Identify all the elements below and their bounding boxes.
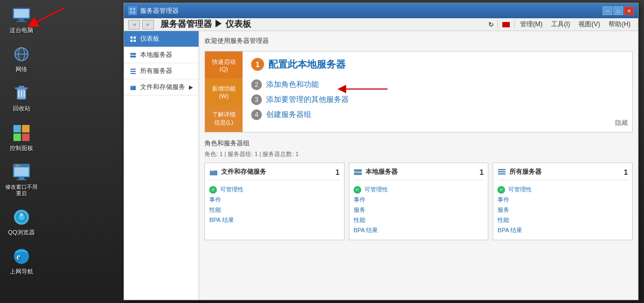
file-manageability[interactable]: 可管理性 [209,184,340,195]
ie-label: 上网导航 [10,268,33,275]
desktop-icon-qq-browser[interactable]: QQ浏览器 [5,208,38,236]
qq-browser-icon [12,208,31,227]
all-servers-card-icon [497,168,506,176]
sidebar-item-dashboard[interactable]: 仪表板 [124,31,199,47]
file-performance[interactable]: 性能 [209,205,340,215]
svg-rect-40 [130,40,133,42]
svg-rect-38 [130,36,133,39]
local-performance-label: 性能 [354,216,365,224]
all-performance-label: 性能 [497,216,509,224]
svg-rect-45 [130,71,136,72]
qs-section-quick-start[interactable]: 快速启动(Q) [205,51,243,78]
svg-rect-39 [134,36,136,39]
svg-rect-9 [14,48,29,59]
file-performance-label: 性能 [209,206,221,214]
refresh-button[interactable]: ↻ [487,20,495,29]
all-bpa[interactable]: BPA 结果 [497,225,628,235]
local-server-card-title: 本地服务器 [365,167,398,176]
desktop-icon-network[interactable]: 网络 [5,45,38,73]
fix-window-icon [12,162,31,182]
file-events[interactable]: 事件 [209,195,340,205]
qs-num-4: 4 [251,109,262,120]
dashboard-icon [129,35,137,43]
breadcrumb-text: 服务器管理器 ▶ 仪表板 [160,19,251,30]
desktop-icon-control-panel[interactable]: 控制面板 [5,123,38,152]
minimize-button[interactable]: ─ [603,6,612,15]
svg-point-23 [14,165,16,166]
svg-rect-19 [22,134,30,141]
qs-item-2[interactable]: 2 添加角色和功能 [251,77,624,92]
desktop-icons: 这台电脑 网络 [5,5,38,275]
svg-rect-35 [133,8,135,10]
all-servers-icon [129,68,137,75]
local-performance[interactable]: 性能 [354,215,484,225]
local-services[interactable]: 服务 [354,205,484,215]
local-manageability[interactable]: 可管理性 [354,184,484,195]
quick-start-sidebar: 快速启动(Q) 新增功能(W) 了解详细信息(L) [205,51,243,132]
maximize-button[interactable]: □ [613,6,623,15]
svg-rect-18 [13,134,21,141]
local-manageability-status [354,186,361,194]
qs-section-learn-more[interactable]: 了解详细信息(L) [205,105,243,132]
svg-rect-36 [130,11,132,13]
all-events-label: 事件 [497,196,509,204]
title-bar: 服务器管理器 ─ □ ✕ [124,3,638,18]
svg-rect-44 [130,69,136,70]
roles-section: 角色和服务器组 角色: 1 | 服务器组: 1 | 服务器总数: 1 [204,139,633,240]
all-manageability[interactable]: 可管理性 [497,184,628,195]
menu-bar: ◄ ► 服务器管理器 ▶ 仪表板 ↻ 管理(M) 工具(I) 视图(V) 帮助(… [124,18,638,31]
desktop-icon-fix-window[interactable]: 修改窗口不用 重启 [5,162,38,197]
qs-item-3[interactable]: 3 添加要管理的其他服务器 [251,92,624,107]
desktop-icon-my-computer[interactable]: 这台电脑 [5,5,38,34]
main-content: 仪表板 本地服务器 [124,31,638,300]
window-title: 服务器管理器 [140,6,179,16]
local-manageability-label: 可管理性 [364,186,388,194]
desktop-icon-ie[interactable]: e 上网导航 [5,247,38,275]
svg-rect-27 [17,179,26,180]
svg-rect-17 [22,125,30,132]
local-events[interactable]: 事件 [354,195,484,205]
menu-tools[interactable]: 工具(I) [548,19,573,30]
svg-rect-21 [14,167,28,176]
qs-quick-start-label: 快速启动(Q) [209,58,238,72]
back-button[interactable]: ◄ [128,20,140,29]
svg-rect-37 [133,11,135,13]
menu-view[interactable]: 视图(V) [575,19,603,30]
local-bpa[interactable]: BPA 结果 [354,225,484,235]
qs-item-4[interactable]: 4 创建服务器组 [251,107,624,122]
qs-new-features-label: 新增功能(W) [209,85,238,99]
desktop-icon-recycle-bin[interactable]: 回收站 [5,84,38,112]
qs-section-new-features[interactable]: 新增功能(W) [205,78,243,105]
sidebar-item-file-storage[interactable]: 文件和存储服务 ▶ [124,79,199,95]
all-servers-count: 1 [624,168,628,176]
breadcrumb: 服务器管理器 ▶ 仪表板 [156,19,485,30]
svg-rect-57 [498,173,506,175]
menu-manage[interactable]: 管理(M) [517,19,546,30]
all-events[interactable]: 事件 [497,195,628,205]
fix-window-label: 修改窗口不用 重启 [5,184,38,197]
sidebar-item-local-server[interactable]: 本地服务器 [124,47,199,63]
sidebar-item-all-servers[interactable]: 所有服务器 [124,63,199,79]
sidebar-label-dashboard: 仪表板 [140,34,159,43]
all-performance[interactable]: 性能 [497,215,628,225]
quick-start-panel: 快速启动(Q) 新增功能(W) 了解详细信息(L) [204,51,633,132]
svg-rect-42 [130,53,136,55]
sidebar-label-file-storage: 文件和存储服务 [140,83,185,92]
all-services[interactable]: 服务 [497,205,628,215]
menu-help[interactable]: 帮助(H) [605,19,634,30]
desktop: 这台电脑 网络 [0,0,644,303]
file-storage-sidebar-icon [129,84,137,91]
hide-button[interactable]: 隐藏 [615,119,628,128]
roles-cards: 文件和存储服务 1 可管理性 事件 [204,162,633,240]
file-manageability-label: 可管理性 [220,186,244,194]
qs-main-title: 1 配置此本地服务器 [251,58,624,71]
file-bpa[interactable]: BPA 结果 [209,215,340,225]
role-card-file-storage: 文件和存储服务 1 可管理性 事件 [204,162,345,240]
qs-num-3: 3 [251,94,262,105]
qs-number-1: 1 [251,58,264,71]
roles-title: 角色和服务器组 [204,139,633,148]
forward-button[interactable]: ► [142,20,154,29]
close-button[interactable]: ✕ [624,6,634,15]
all-bpa-label: BPA 结果 [497,226,522,234]
sidebar-label-all-servers: 所有服务器 [140,66,172,76]
